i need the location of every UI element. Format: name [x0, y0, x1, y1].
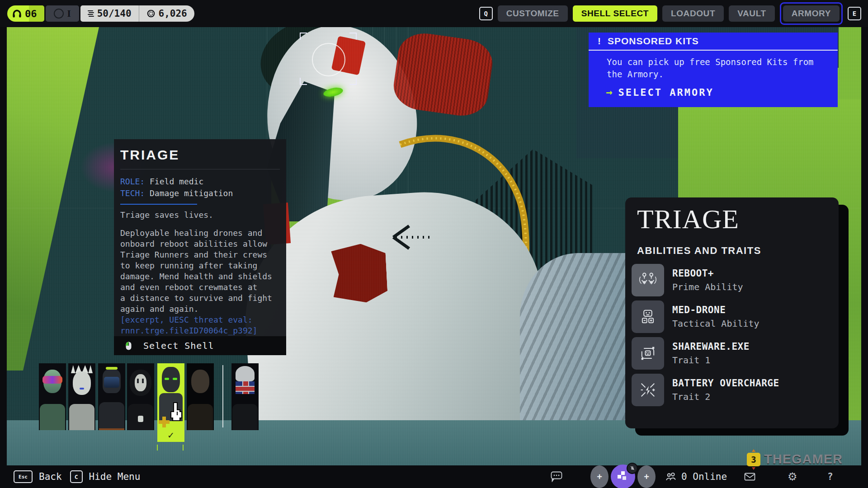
arrow-right-icon: →	[606, 86, 612, 99]
online-status[interactable]: 0 Online	[665, 465, 727, 488]
tech-line: TECH: Damage mitigation	[120, 188, 280, 199]
abilities-shell-title: TRIAGE	[637, 204, 839, 235]
q-key-hint: Q	[479, 7, 493, 20]
ability-tile	[632, 374, 664, 406]
armory-highlight-outline: ARMORY	[780, 2, 843, 25]
shell-thumb-5-selected[interactable]: ✓	[157, 363, 184, 442]
selected-check-icon: ✓	[157, 430, 184, 440]
ability-type: Prime Ability	[672, 282, 743, 292]
red-glitch-patch	[391, 30, 495, 119]
shell-stats: ROLE: Field medic TECH: Damage mitigatio…	[120, 176, 280, 199]
top-bar: 06 I 50/140 6,026	[0, 0, 868, 27]
alert-icon: !	[598, 36, 601, 47]
med-drone-icon	[638, 307, 658, 327]
coin-icon	[146, 9, 156, 18]
shell-select-screen: 06 I 50/140 6,026	[0, 0, 868, 488]
black-arrow-marking	[373, 221, 432, 253]
portrait-green-strip	[106, 367, 118, 370]
ability-tile	[632, 337, 664, 370]
party-slot-add-right[interactable]: +	[637, 465, 656, 488]
sponsored-kits-body: You can pick up free Sponsored Kits from…	[607, 56, 838, 80]
portrait-eye-bar	[137, 379, 139, 383]
select-armory-link[interactable]: → SELECT ARMORY	[606, 86, 838, 99]
divider	[120, 169, 280, 169]
blue-rule	[120, 204, 197, 205]
shell-excerpt: [excerpt, UESC threat eval: rnnr.trge.fi…	[120, 314, 280, 336]
shell-thumb-2[interactable]	[68, 363, 95, 430]
chat-button[interactable]	[551, 465, 562, 488]
party-slot-add-left[interactable]: +	[590, 465, 609, 488]
shell-thumb-4[interactable]	[127, 363, 154, 430]
abilities-list: REBOOT+ Prime Ability	[632, 264, 839, 406]
portrait-goggles	[42, 376, 62, 384]
progress-counter: 50/140	[97, 8, 132, 19]
ability-name: MED-DRONE	[672, 305, 760, 315]
mouse-left-click-icon	[126, 342, 132, 350]
hide-menu-button[interactable]: C Hide Menu	[70, 470, 141, 483]
portrait-body	[69, 404, 94, 430]
abilities-panel: TRIAGE ABILITIES AND TRAITS REBOOT+ Prim…	[625, 197, 839, 428]
portrait-flag-cross-h	[236, 386, 255, 392]
thegamer-logo-text: THEGAMER	[764, 452, 843, 467]
tab-customize[interactable]: CUSTOMIZE	[498, 5, 568, 22]
ability-row-reboot[interactable]: REBOOT+ Prime Ability	[632, 264, 839, 296]
portrait-robot-eye	[173, 378, 177, 380]
ability-name: SHAREWARE.EXE	[672, 341, 750, 352]
ability-row-shareware[interactable]: SHAREWARE.EXE Trait 1	[632, 337, 839, 370]
shareware-icon	[638, 343, 658, 363]
shell-thumb-7[interactable]	[231, 363, 259, 430]
battery-overcharge-icon	[638, 380, 658, 400]
tab-vault[interactable]: VAULT	[729, 5, 775, 22]
portrait-eye-bar	[142, 379, 144, 383]
tech-value: Damage mitigation	[150, 188, 233, 198]
avatar-emblem	[617, 471, 629, 483]
headset-icon	[12, 9, 22, 19]
sponsored-kits-header: ! SPONSORED KITS	[589, 33, 838, 51]
question-mark-icon: ?	[827, 471, 833, 482]
carousel-separator	[222, 365, 223, 427]
ability-type: Trait 1	[672, 355, 750, 366]
tab-loadout[interactable]: LOADOUT	[662, 5, 724, 22]
ability-row-med-drone[interactable]: MED-DRONE Tactical Ability	[632, 300, 839, 333]
shell-thumb-6[interactable]	[187, 363, 214, 430]
ability-text: MED-DRONE Tactical Ability	[672, 305, 760, 329]
back-button[interactable]: Esc Back	[14, 470, 62, 483]
carousel-tick	[183, 445, 184, 450]
player-status-group: 06 I 50/140 6,026	[7, 5, 194, 22]
shell-thumb-1[interactable]	[39, 363, 66, 430]
rank-numeral: I	[67, 8, 71, 19]
tab-armory[interactable]: ARMORY	[783, 5, 840, 22]
level-pill: 06	[7, 5, 44, 22]
mic-muted-badge	[627, 463, 638, 474]
rank-pill: I	[46, 5, 79, 22]
ability-tile	[632, 264, 664, 296]
c-key-hint: C	[70, 470, 83, 483]
shell-info-panel: TRIAGE ROLE: Field medic TECH: Damage mi…	[114, 139, 286, 355]
reticle-bracket	[349, 78, 357, 85]
reboot-drones-icon	[638, 270, 658, 290]
online-count: 0 Online	[681, 471, 727, 482]
portrait-body	[188, 404, 213, 430]
portrait-head	[191, 370, 209, 393]
chat-bubble-icon	[551, 471, 562, 482]
e-key-hint: E	[848, 7, 861, 20]
portrait-lips	[80, 388, 84, 389]
settings-button[interactable]: ⚙	[788, 465, 797, 488]
envelope-icon	[744, 473, 755, 481]
bottom-bar: Esc Back C Hide Menu +	[0, 465, 868, 488]
select-shell-button[interactable]: Select Shell	[114, 336, 286, 355]
hide-menu-label: Hide Menu	[89, 471, 141, 482]
shell-thumb-3[interactable]	[98, 363, 125, 430]
abilities-subtitle: ABILITIES AND TRAITS	[637, 245, 839, 257]
back-label: Back	[39, 471, 62, 482]
player-avatar[interactable]	[611, 465, 635, 488]
ability-row-battery-overcharge[interactable]: BATTERY OVERCHARGE Trait 2	[632, 374, 839, 406]
help-button[interactable]: ?	[827, 465, 833, 488]
circle-rank-icon	[54, 9, 64, 19]
tech-label: TECH:	[120, 188, 145, 198]
shell-name-title: TRIAGE	[120, 147, 280, 163]
esc-key-hint: Esc	[14, 470, 33, 483]
select-armory-label: SELECT ARMORY	[618, 87, 713, 98]
portrait-white-helmet	[236, 366, 255, 381]
tab-shell-select[interactable]: SHELL SELECT	[573, 5, 657, 22]
